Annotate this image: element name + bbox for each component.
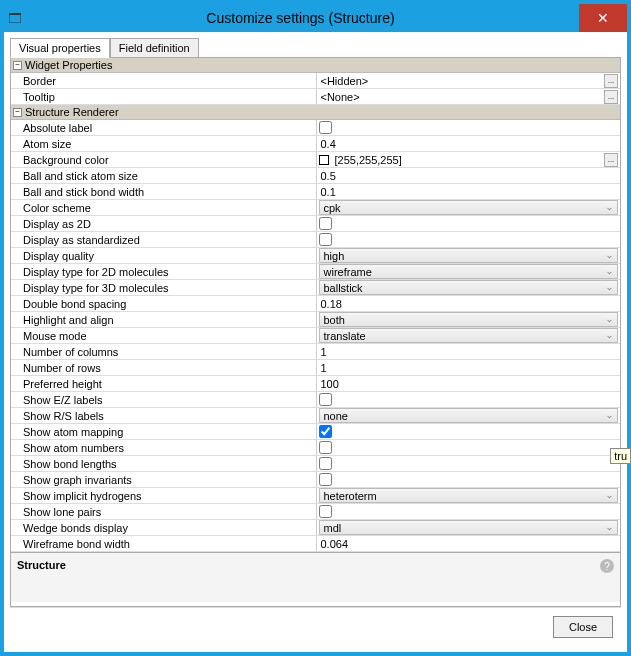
prop-value[interactable]: 0.5 — [316, 168, 621, 183]
dropdown-mouse-mode[interactable]: translate⌵ — [319, 328, 619, 343]
prop-label: Show graph invariants — [11, 472, 316, 487]
section-label: Structure Renderer — [25, 106, 119, 118]
checkbox-show-graph-inv[interactable] — [319, 473, 332, 486]
row-tooltip: Tooltip <None> ... — [11, 89, 620, 105]
row-display-as-standardized: Display as standardized — [11, 232, 620, 248]
row-ball-stick-atom-size: Ball and stick atom size 0.5 — [11, 168, 620, 184]
prop-label: Color scheme — [11, 200, 316, 215]
prop-label: Wedge bonds display — [11, 520, 316, 535]
prop-label: Show R/S labels — [11, 408, 316, 423]
chevron-down-icon: ⌵ — [603, 491, 615, 500]
checkbox-show-ez[interactable] — [319, 393, 332, 406]
color-swatch — [319, 155, 329, 165]
row-wireframe-bond-width: Wireframe bond width 0.064 — [11, 536, 620, 552]
prop-value[interactable]: 0.1 — [316, 184, 621, 199]
row-show-rs: Show R/S labels none⌵ — [11, 408, 620, 424]
row-absolute-label: Absolute label — [11, 120, 620, 136]
prop-label: Display as standardized — [11, 232, 316, 247]
prop-value[interactable]: 0.064 — [316, 536, 621, 551]
system-icon[interactable] — [8, 11, 22, 25]
checkbox-absolute-label[interactable] — [319, 121, 332, 134]
dropdown-color-scheme[interactable]: cpk⌵ — [319, 200, 619, 215]
close-button[interactable]: Close — [553, 616, 613, 638]
prop-label: Display as 2D — [11, 216, 316, 231]
row-display-type-2d: Display type for 2D molecules wireframe⌵ — [11, 264, 620, 280]
description-title: Structure — [17, 559, 600, 571]
ellipsis-button[interactable]: ... — [604, 153, 618, 167]
prop-label: Border — [11, 73, 316, 88]
section-widget-properties[interactable]: − Widget Properties — [11, 58, 620, 73]
row-show-atom-numbers: Show atom numbers — [11, 440, 620, 456]
row-border: Border <Hidden> ... — [11, 73, 620, 89]
chevron-down-icon: ⌵ — [603, 203, 615, 212]
row-show-atom-mapping: Show atom mapping — [11, 424, 620, 440]
prop-label: Atom size — [11, 136, 316, 151]
prop-value[interactable]: 0.18 — [316, 296, 621, 311]
checkbox-show-bond-lengths[interactable] — [319, 457, 332, 470]
collapse-icon[interactable]: − — [13, 108, 22, 117]
row-show-graph-invariants: Show graph invariants — [11, 472, 620, 488]
dropdown-show-rs[interactable]: none⌵ — [319, 408, 619, 423]
row-show-bond-lengths: Show bond lengths — [11, 456, 620, 472]
row-double-bond-spacing: Double bond spacing 0.18 — [11, 296, 620, 312]
row-num-columns: Number of columns 1 — [11, 344, 620, 360]
prop-label: Number of columns — [11, 344, 316, 359]
prop-value-bg-color[interactable]: [255,255,255] ... — [316, 152, 621, 167]
prop-label: Wireframe bond width — [11, 536, 316, 551]
prop-value-border[interactable]: <Hidden> ... — [316, 73, 621, 88]
row-background-color: Background color [255,255,255] ... — [11, 152, 620, 168]
prop-value[interactable]: 100 — [316, 376, 621, 391]
close-window-button[interactable]: ✕ — [579, 4, 627, 32]
dropdown-highlight-align[interactable]: both⌵ — [319, 312, 619, 327]
dropdown-show-implicit-h[interactable]: heteroterm⌵ — [319, 488, 619, 503]
chevron-down-icon: ⌵ — [603, 283, 615, 292]
prop-value[interactable]: 1 — [316, 344, 621, 359]
prop-label: Show atom mapping — [11, 424, 316, 439]
dropdown-display-quality[interactable]: high⌵ — [319, 248, 619, 263]
chevron-down-icon: ⌵ — [603, 267, 615, 276]
chevron-down-icon: ⌵ — [603, 315, 615, 324]
prop-label: Double bond spacing — [11, 296, 316, 311]
row-preferred-height: Preferred height 100 — [11, 376, 620, 392]
section-structure-renderer[interactable]: − Structure Renderer — [11, 105, 620, 120]
description-panel: Structure ? — [11, 552, 620, 602]
row-color-scheme: Color scheme cpk⌵ — [11, 200, 620, 216]
row-show-implicit-h: Show implicit hydrogens heteroterm⌵ — [11, 488, 620, 504]
dropdown-display-type-3d[interactable]: ballstick⌵ — [319, 280, 619, 295]
row-mouse-mode: Mouse mode translate⌵ — [11, 328, 620, 344]
row-display-type-3d: Display type for 3D molecules ballstick⌵ — [11, 280, 620, 296]
chevron-down-icon: ⌵ — [603, 331, 615, 340]
prop-value[interactable]: 1 — [316, 360, 621, 375]
prop-label: Tooltip — [11, 89, 316, 104]
checkbox-show-atom-mapping[interactable] — [319, 425, 332, 438]
row-highlight-align: Highlight and align both⌵ — [11, 312, 620, 328]
tab-visual-properties[interactable]: Visual properties — [10, 38, 110, 58]
row-show-ez: Show E/Z labels — [11, 392, 620, 408]
section-label: Widget Properties — [25, 59, 112, 71]
property-grid: − Widget Properties Border <Hidden> ... … — [10, 58, 621, 607]
dropdown-display-type-2d[interactable]: wireframe⌵ — [319, 264, 619, 279]
window-title: Customize settings (Structure) — [22, 10, 579, 26]
checkbox-show-atom-numbers[interactable] — [319, 441, 332, 454]
svg-rect-1 — [9, 13, 21, 15]
row-display-as-2d: Display as 2D — [11, 216, 620, 232]
tab-field-definition[interactable]: Field definition — [110, 38, 199, 57]
prop-label: Show lone pairs — [11, 504, 316, 519]
row-show-lone-pairs: Show lone pairs — [11, 504, 620, 520]
dropdown-wedge-bonds[interactable]: mdl⌵ — [319, 520, 619, 535]
prop-label: Background color — [11, 152, 316, 167]
prop-value-atom-size[interactable]: 0.4 — [316, 136, 621, 151]
checkbox-display-2d[interactable] — [319, 217, 332, 230]
checkbox-show-lone-pairs[interactable] — [319, 505, 332, 518]
ellipsis-button[interactable]: ... — [604, 90, 618, 104]
prop-label: Display type for 3D molecules — [11, 280, 316, 295]
checkbox-display-std[interactable] — [319, 233, 332, 246]
chevron-down-icon: ⌵ — [603, 411, 615, 420]
prop-value-tooltip[interactable]: <None> ... — [316, 89, 621, 104]
prop-label: Display quality — [11, 248, 316, 263]
tooltip-fragment: tru — [610, 448, 631, 464]
help-icon[interactable]: ? — [600, 559, 614, 573]
prop-label: Preferred height — [11, 376, 316, 391]
ellipsis-button[interactable]: ... — [604, 74, 618, 88]
collapse-icon[interactable]: − — [13, 61, 22, 70]
